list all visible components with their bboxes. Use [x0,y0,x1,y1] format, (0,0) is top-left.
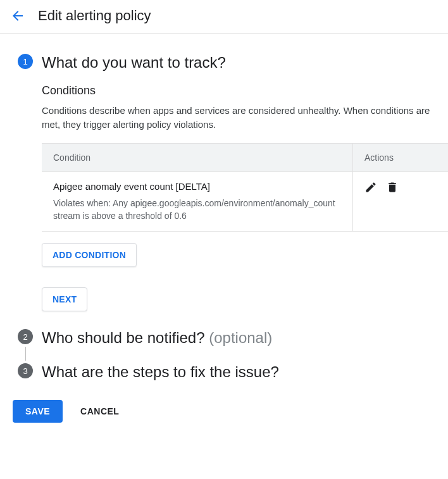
condition-detail: Violates when: Any apigee.googleapis.com… [53,197,341,222]
step-connector [25,347,26,361]
step-1-title: What do you want to track? [42,54,448,72]
step-1-badge: 1 [18,54,33,69]
step-2-title[interactable]: Who should be notified? (optional) [42,329,448,347]
step-2: 2 Who should be notified? (optional) [13,329,448,363]
optional-label: (optional) [209,329,272,346]
delete-icon[interactable] [386,181,399,194]
condition-name: Apigee anomaly event count [DELTA] [53,181,341,192]
step-1: 1 What do you want to track? Conditions … [13,54,448,329]
page-header: Edit alerting policy [0,0,448,34]
step-3: 3 What are the steps to fix the issue? [13,363,448,389]
stepper-content: 1 What do you want to track? Conditions … [0,34,448,389]
table-header: Condition Actions [42,144,448,171]
col-header-condition: Condition [42,144,353,171]
conditions-heading: Conditions [42,84,448,97]
add-condition-button[interactable]: ADD CONDITION [42,243,137,267]
col-header-actions: Actions [353,144,448,171]
step-2-badge: 2 [18,329,33,344]
next-button[interactable]: NEXT [42,287,87,311]
cancel-button[interactable]: CANCEL [80,406,119,416]
step-2-title-text: Who should be notified? [42,329,209,346]
edit-icon[interactable] [364,181,377,194]
back-arrow-icon[interactable] [10,8,25,23]
save-button[interactable]: SAVE [13,400,63,423]
step-3-badge: 3 [18,363,33,378]
conditions-table: Condition Actions Apigee anomaly event c… [42,143,448,232]
page-title: Edit alerting policy [38,8,151,24]
footer-actions: SAVE CANCEL [0,389,448,440]
table-row: Apigee anomaly event count [DELTA] Viola… [42,171,448,231]
conditions-description: Conditions describe when apps and servic… [42,104,447,132]
step-3-title[interactable]: What are the steps to fix the issue? [42,363,448,381]
